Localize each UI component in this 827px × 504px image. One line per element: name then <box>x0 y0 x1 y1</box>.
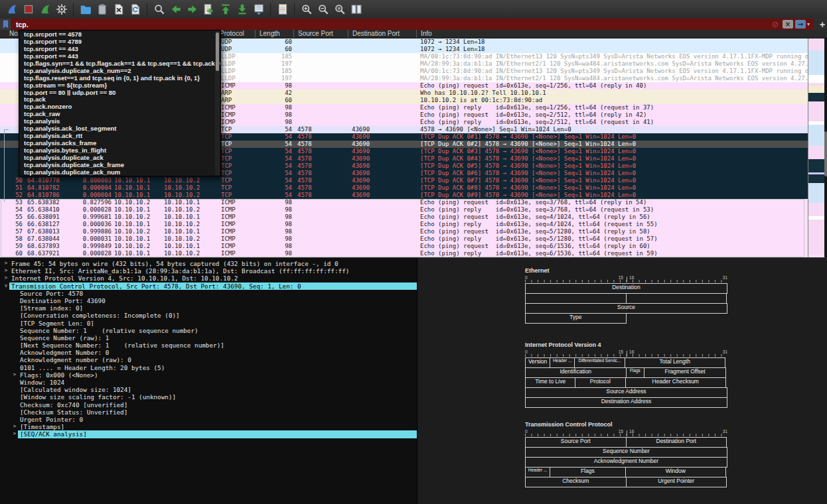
detail-line[interactable]: >[Timestamps] <box>0 423 417 430</box>
diagram-field-source-address[interactable]: Source Address <box>525 387 727 398</box>
expand-icon[interactable]: > <box>11 430 18 438</box>
column-header-info[interactable]: Info <box>416 30 432 38</box>
packet-row[interactable]: 5968.6378930.99984910.10.10.210.10.10.1I… <box>0 243 827 250</box>
diagram-field-differentiated-servic[interactable]: Differentiated Servic... <box>574 357 625 368</box>
detail-line[interactable]: >Internet Protocol Version 4, Src: 10.10… <box>0 275 417 282</box>
detail-line[interactable]: >Ethernet II, Src: AristaNe_da:b1:1a (28… <box>0 267 417 275</box>
auto-scroll-icon[interactable] <box>250 1 267 17</box>
find-packet-icon[interactable] <box>151 1 167 17</box>
filter-suggestion[interactable]: tcp.srcport == 4578 <box>19 31 220 38</box>
open-file-icon[interactable] <box>77 1 94 17</box>
detail-line[interactable]: ∨Transmission Control Protocol, Src Port… <box>0 283 417 290</box>
go-forward-icon[interactable] <box>184 1 200 17</box>
detail-line[interactable]: [Window size scaling factor: -1 (unknown… <box>0 393 417 401</box>
detail-line[interactable]: Destination Port: 43690 <box>0 297 417 304</box>
expand-icon[interactable]: > <box>11 371 18 379</box>
filter-suggestion[interactable]: tcp.srcport == 4789 <box>19 38 220 45</box>
filter-suggestion[interactable]: tcp.ack_raw <box>19 110 220 117</box>
close-file-icon[interactable] <box>110 1 127 17</box>
reload-file-icon[interactable] <box>127 1 143 17</box>
filter-apply-button[interactable]: → <box>795 20 806 29</box>
detail-line[interactable]: Acknowledgment Number: 0 <box>0 349 417 356</box>
diagram-field-source-port[interactable]: Source Port <box>525 437 627 448</box>
packet-row[interactable]: 6068.6379210.00002810.10.10.110.10.10.2I… <box>0 250 827 257</box>
filter-suggestion[interactable]: tcp.analysis <box>19 117 220 125</box>
diagram-field-empty[interactable] <box>626 293 727 304</box>
diagram-field-destination[interactable]: Destination <box>525 283 727 294</box>
diagram-field-type[interactable]: Type <box>525 313 627 324</box>
diagram-field-empty[interactable] <box>525 293 627 304</box>
expand-icon[interactable]: > <box>11 423 18 430</box>
diagram-field-destination-address[interactable]: Destination Address <box>525 397 727 408</box>
diagram-field-flags[interactable]: Flags <box>626 367 645 378</box>
packet-list-scrollbar[interactable] <box>824 38 827 257</box>
filter-suggestion[interactable]: tcp.analysis.duplicate_ack_num <box>19 168 220 176</box>
packet-row[interactable]: 5767.6380130.99988610.10.10.210.10.10.1I… <box>0 228 827 235</box>
diagram-field-time-to-live[interactable]: Time to Live <box>525 377 575 388</box>
column-header-source-port[interactable]: Source Port <box>293 30 333 38</box>
dropdown-scrollbar-handle[interactable] <box>216 32 219 71</box>
filter-suggestion[interactable]: tcp.analysis.duplicate_ack_num==2 <box>19 67 220 74</box>
detail-line[interactable]: Window: 1024 <box>0 379 417 386</box>
diagram-field-header[interactable]: Header ... <box>525 467 550 477</box>
go-back-icon[interactable] <box>167 1 184 17</box>
packet-row[interactable]: 5064.8107780.00000310.10.10.110.10.10.2T… <box>0 177 827 184</box>
detail-line[interactable]: [TCP Segment Len: 0] <box>0 320 417 327</box>
packet-row[interactable]: 5365.6383820.82759610.10.10.210.10.10.1I… <box>0 199 827 206</box>
filter-history-caret-icon[interactable]: ▾ <box>807 21 810 27</box>
detail-line[interactable]: Sequence Number: 1 (relative sequence nu… <box>0 327 417 334</box>
detail-line[interactable]: >Flags: 0x000 (<None>) <box>0 371 417 379</box>
zoom-out-icon[interactable] <box>315 1 331 17</box>
add-filter-button[interactable]: + <box>820 19 825 30</box>
zoom-in-icon[interactable] <box>298 1 315 17</box>
filter-suggestion[interactable]: tcp.srcport == 443 <box>19 45 220 52</box>
packet-row[interactable]: 5164.8107820.00000410.10.10.110.10.10.2T… <box>0 184 827 192</box>
detail-line[interactable]: Source Port: 4578 <box>0 290 417 297</box>
diagram-field-identification[interactable]: Identification <box>525 367 627 378</box>
diagram-field-version[interactable]: Version <box>525 357 550 368</box>
diagram-field-total-length[interactable]: Total Length <box>625 357 726 368</box>
detail-line[interactable]: Acknowledgment number (raw): 0 <box>0 356 417 363</box>
capture-options-icon[interactable] <box>53 1 70 17</box>
go-last-icon[interactable] <box>234 1 250 17</box>
filter-suggestion[interactable]: tcp.analysis.duplicate_ack <box>19 154 220 161</box>
go-first-icon[interactable] <box>217 1 234 17</box>
column-header-length[interactable]: Length <box>255 30 280 38</box>
packet-row[interactable]: 5566.6380910.99968110.10.10.210.10.10.1I… <box>0 214 827 221</box>
diagram-field-fragment-offset[interactable]: Fragment Offset <box>644 367 726 378</box>
filter-suggestion[interactable]: tcp.ack.nonzero <box>19 103 220 110</box>
diagram-field-destination-port[interactable]: Destination Port <box>626 437 727 448</box>
diagram-field-urgent-pointer[interactable]: Urgent Pointer <box>626 477 727 487</box>
diagram-field-header-checksum[interactable]: Header Checksum <box>625 377 727 388</box>
scrollbar-handle[interactable] <box>824 131 827 176</box>
expand-icon[interactable]: > <box>3 260 9 267</box>
detail-line[interactable]: [Conversation completeness: Incomplete (… <box>0 312 417 319</box>
zoom-original-icon[interactable] <box>331 1 348 17</box>
filter-suggestion[interactable]: tcp.port == 80 || udp.port == 80 <box>19 89 220 96</box>
diagram-field-sequence-number[interactable]: Sequence Number <box>525 447 727 458</box>
filter-suggestion[interactable]: tcp.srcport == 443 <box>19 52 220 60</box>
filter-clear-button[interactable]: × <box>783 20 793 29</box>
diagram-field-acknowledgment-number[interactable]: Acknowledgment Number <box>525 457 727 468</box>
expand-icon[interactable]: > <box>3 275 9 282</box>
filter-suggestion[interactable]: tcp.analysis.ack_rtt <box>19 132 220 139</box>
filter-input[interactable]: tcp. <box>12 21 770 29</box>
diagram-field-flags[interactable]: Flags <box>550 467 625 477</box>
collapse-icon[interactable]: ∨ <box>3 283 9 290</box>
detail-line[interactable]: Urgent Pointer: 0 <box>0 416 417 423</box>
start-capture-icon[interactable] <box>3 1 20 17</box>
detail-line[interactable]: [Next Sequence Number: 1 (relative seque… <box>0 342 417 349</box>
dropdown-scrollbar[interactable] <box>215 31 220 175</box>
diagram-field-checksum[interactable]: Checksum <box>525 477 627 487</box>
detail-line[interactable]: Checksum: 0xc740 [unverified] <box>0 401 417 409</box>
detail-line[interactable]: >Frame 45: 54 bytes on wire (432 bits), … <box>0 260 417 267</box>
filter-suggestion[interactable]: tcp.flags.syn==1 && tcp.flags.ack==1 && … <box>19 60 220 67</box>
diagram-field-source[interactable]: Source <box>525 303 727 314</box>
detail-line[interactable]: [Calculated window size: 1024] <box>0 386 417 393</box>
diagram-field-window[interactable]: Window <box>625 467 727 477</box>
packet-row[interactable]: 5867.6380440.00003110.10.10.110.10.10.2I… <box>0 235 827 243</box>
diagram-field-header[interactable]: Header ... <box>550 357 575 368</box>
filter-bookmark-icon[interactable] <box>0 19 12 30</box>
go-to-packet-icon[interactable] <box>200 1 217 17</box>
filter-suggestion[interactable]: tcp.analysis.duplicate_ack_frame <box>19 161 220 168</box>
